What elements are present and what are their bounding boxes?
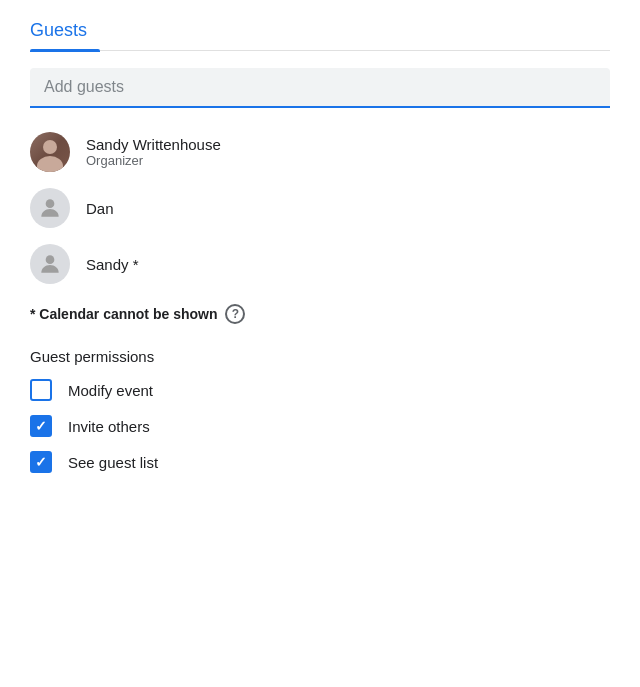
permission-label-invite-others: Invite others <box>68 418 150 435</box>
permissions-title: Guest permissions <box>30 348 610 365</box>
permission-invite-others[interactable]: ✓ Invite others <box>30 415 610 437</box>
calendar-note-text: * Calendar cannot be shown <box>30 306 217 322</box>
guest-info: Dan <box>86 200 114 217</box>
guest-list: Sandy Writtenhouse Organizer Dan Sandy * <box>30 132 610 284</box>
avatar <box>30 244 70 284</box>
list-item: Sandy Writtenhouse Organizer <box>30 132 610 172</box>
svg-point-0 <box>46 199 55 208</box>
checkbox-invite-others[interactable]: ✓ <box>30 415 52 437</box>
svg-point-1 <box>46 255 55 264</box>
person-icon <box>37 195 63 221</box>
checkbox-see-guest-list[interactable]: ✓ <box>30 451 52 473</box>
checkmark-icon: ✓ <box>35 455 47 469</box>
guest-info: Sandy * <box>86 256 139 273</box>
person-icon <box>37 251 63 277</box>
checkmark-icon: ✓ <box>35 419 47 433</box>
list-item: Dan <box>30 188 610 228</box>
list-item: Sandy * <box>30 244 610 284</box>
guest-name: Sandy Writtenhouse <box>86 136 221 153</box>
permission-modify-event[interactable]: Modify event <box>30 379 610 401</box>
permission-label-modify-event: Modify event <box>68 382 153 399</box>
guest-info: Sandy Writtenhouse Organizer <box>86 136 221 168</box>
guest-permissions-section: Guest permissions Modify event ✓ Invite … <box>30 348 610 473</box>
permission-see-guest-list[interactable]: ✓ See guest list <box>30 451 610 473</box>
checkbox-modify-event[interactable] <box>30 379 52 401</box>
tab-active-indicator <box>30 49 100 52</box>
help-icon[interactable]: ? <box>225 304 245 324</box>
guests-tab-header: Guests <box>30 20 610 52</box>
add-guests-input[interactable] <box>30 68 610 108</box>
guest-role: Organizer <box>86 153 221 168</box>
calendar-note: * Calendar cannot be shown ? <box>30 304 610 324</box>
tab-title[interactable]: Guests <box>30 20 610 49</box>
avatar <box>30 132 70 172</box>
tab-divider <box>100 50 610 51</box>
permission-label-see-guest-list: See guest list <box>68 454 158 471</box>
guest-name: Dan <box>86 200 114 217</box>
avatar <box>30 188 70 228</box>
tab-underline <box>30 49 610 52</box>
guest-name: Sandy * <box>86 256 139 273</box>
